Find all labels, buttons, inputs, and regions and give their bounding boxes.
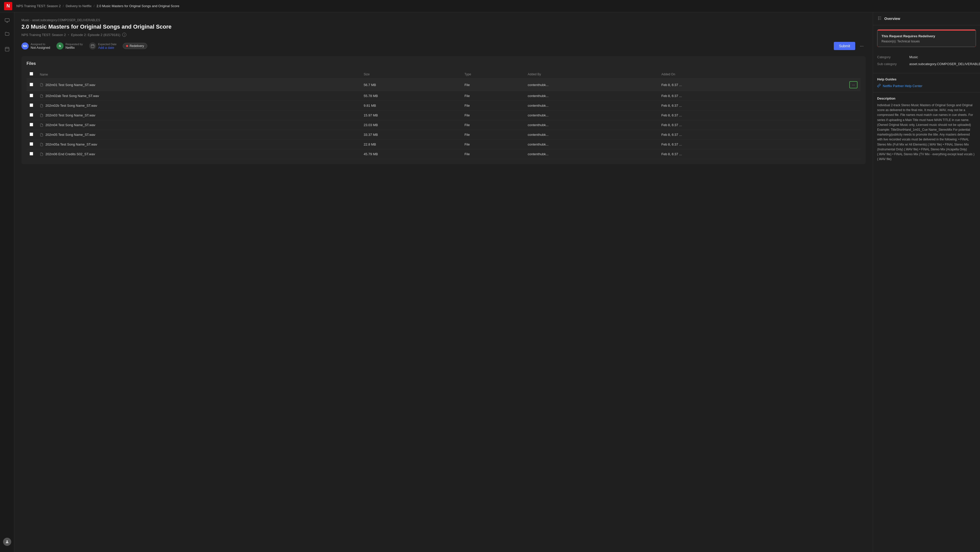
row-filename: 202m06 End Credits S02_ST.wav xyxy=(45,152,95,156)
row-type: File xyxy=(461,120,525,130)
panel-header-icon xyxy=(877,16,882,21)
row-name-cell: 202m02b Test Song Name_ST.wav xyxy=(37,101,361,110)
row-name-cell: 202m06 End Credits S02_ST.wav xyxy=(37,149,361,159)
assigned-to-value[interactable]: Not Assigned xyxy=(30,46,50,49)
svg-rect-3 xyxy=(91,45,94,48)
redelivery-alert: This Request Requires Redelivery Reason(… xyxy=(877,29,976,47)
row-filename: 202m02ab Test Song Name_ST.wav xyxy=(45,94,99,98)
row-checkbox[interactable] xyxy=(30,113,33,116)
table-row[interactable]: 202m01 Test Song Name_ST.wav 56.7 MB Fil… xyxy=(27,79,861,91)
row-checkbox[interactable] xyxy=(30,132,33,136)
subcategory-label: Sub category xyxy=(877,62,905,66)
help-link[interactable]: Netflix Partner Help Center xyxy=(877,84,976,88)
row-checkbox-cell xyxy=(27,140,37,149)
requested-by-value: Netflix xyxy=(65,46,83,49)
meta-episode: Episode 2: Episode 2 (81579181) xyxy=(71,33,120,37)
row-checkbox[interactable] xyxy=(30,142,33,146)
subcategory-value: asset.subcategory.COMPOSER_DELIVERABLES xyxy=(909,62,980,66)
page-title: 2.0 Music Masters for Original Songs and… xyxy=(21,24,865,30)
description-text: Individual 2-track Stereo Music Masters … xyxy=(877,103,976,162)
row-added-on: Feb 8, 6:37 ... xyxy=(659,130,791,140)
requested-by-label: Requested by xyxy=(65,43,83,46)
table-row[interactable]: 202m02ab Test Song Name_ST.wav 55.78 MB … xyxy=(27,91,861,101)
breadcrumb-sep-1: / xyxy=(63,4,64,8)
row-checkbox-cell xyxy=(27,130,37,140)
file-table-header: Name Size Type Added By Added On xyxy=(27,70,861,79)
row-added-on: Feb 8, 6:37 ... xyxy=(659,149,791,159)
breadcrumb-item-1[interactable]: NPS Training TEST: Season 2 xyxy=(16,4,61,8)
redelivery-dot xyxy=(126,45,128,47)
table-row[interactable]: 202m03 Test Song Name_ST.wav 15.97 MB Fi… xyxy=(27,110,861,120)
row-type: File xyxy=(461,110,525,120)
row-added-by: contenthubk... xyxy=(525,110,659,120)
row-size: 22.8 MB xyxy=(361,140,461,149)
file-doc-icon xyxy=(40,94,43,98)
row-more-button[interactable]: ··· xyxy=(850,81,858,88)
row-actions-cell xyxy=(790,91,861,101)
row-added-by: contenthubk... xyxy=(525,149,659,159)
main-content: Music - asset.subcategory.COMPOSER_DELIV… xyxy=(14,12,873,552)
user-avatar-bottom[interactable] xyxy=(3,538,11,546)
row-filename: 202m03 Test Song Name_ST.wav xyxy=(45,113,95,117)
redelivery-alert-title: This Request Requires Redelivery xyxy=(881,34,972,38)
expected-date-value[interactable]: Add a date xyxy=(98,46,117,49)
row-actions-cell xyxy=(790,149,861,159)
row-size: 9.81 MB xyxy=(361,101,461,110)
file-doc-icon xyxy=(40,104,43,107)
assigned-to-avatar: NA xyxy=(21,42,29,49)
panel-header: Overview xyxy=(873,12,980,25)
more-actions-button[interactable]: ··· xyxy=(858,42,865,50)
select-all-checkbox[interactable] xyxy=(30,72,33,76)
name-sort-icon[interactable] xyxy=(50,72,53,76)
row-added-by: contenthubk... xyxy=(525,120,659,130)
calendar-icon-wrap xyxy=(89,42,96,49)
file-doc-icon xyxy=(40,133,43,137)
table-row[interactable]: 202m06 End Credits S02_ST.wav 45.79 MB F… xyxy=(27,149,861,159)
sidebar-icon-folder[interactable] xyxy=(3,30,11,38)
table-row[interactable]: 202m04 Test Song Name_ST.wav 23.03 MB Fi… xyxy=(27,120,861,130)
row-name-cell: 202m05 Test Song Name_ST.wav xyxy=(37,130,361,140)
sidebar-icon-calendar[interactable] xyxy=(3,45,11,53)
redelivery-label: Redelivery xyxy=(130,44,144,48)
page-subtitle: Music - asset.subcategory.COMPOSER_DELIV… xyxy=(21,18,865,22)
content-area: Music - asset.subcategory.COMPOSER_DELIV… xyxy=(14,12,980,552)
requested-by-label-group: Requested by Netflix xyxy=(65,43,83,49)
breadcrumb-item-2[interactable]: Delivery to Netflix xyxy=(66,4,92,8)
row-added-on: Feb 8, 6:37 ... xyxy=(659,79,791,91)
header-actions xyxy=(790,70,861,79)
panel-header-title: Overview xyxy=(884,17,900,21)
row-checkbox[interactable] xyxy=(30,83,33,86)
meta-separator: • xyxy=(68,33,69,37)
row-type: File xyxy=(461,91,525,101)
row-added-on: Feb 8, 6:37 ... xyxy=(659,140,791,149)
table-row[interactable]: 202m05 Test Song Name_ST.wav 33.37 MB Fi… xyxy=(27,130,861,140)
file-name-cell: 202m02ab Test Song Name_ST.wav xyxy=(40,94,358,98)
sidebar-icon-tv[interactable] xyxy=(3,16,11,24)
description-title: Description xyxy=(877,97,976,101)
page-meta: NPS Training TEST: Season 2 • Episode 2:… xyxy=(21,33,865,37)
netflix-logo: N xyxy=(4,2,12,10)
table-row[interactable]: 202m02b Test Song Name_ST.wav 9.81 MB Fi… xyxy=(27,101,861,110)
row-type: File xyxy=(461,79,525,91)
row-checkbox-cell xyxy=(27,120,37,130)
breadcrumb: NPS Training TEST: Season 2 / Delivery t… xyxy=(16,4,180,8)
info-icon[interactable]: i xyxy=(122,33,126,37)
row-added-by: contenthubk... xyxy=(525,79,659,91)
header-name: Name xyxy=(37,70,361,79)
redelivery-alert-reason: Reason(s): Technical Issues xyxy=(881,40,972,43)
file-table: Name Size Type Added By Added On xyxy=(27,70,861,159)
row-name-cell: 202m03 Test Song Name_ST.wav xyxy=(37,110,361,120)
link-icon xyxy=(877,84,881,88)
reason-label: Reason(s): xyxy=(881,40,897,43)
row-actions-cell xyxy=(790,120,861,130)
row-checkbox[interactable] xyxy=(30,123,33,126)
submit-button[interactable]: Submit xyxy=(834,42,855,50)
row-checkbox-cell xyxy=(27,91,37,101)
row-checkbox[interactable] xyxy=(30,152,33,155)
table-row[interactable]: 202m05a Test Song Name_ST.wav 22.8 MB Fi… xyxy=(27,140,861,149)
row-type: File xyxy=(461,130,525,140)
row-checkbox[interactable] xyxy=(30,104,33,107)
breadcrumb-sep-2: / xyxy=(94,4,95,8)
action-bar: NA Assigned to Not Assigned N Requested … xyxy=(21,42,865,50)
row-checkbox[interactable] xyxy=(30,94,33,97)
